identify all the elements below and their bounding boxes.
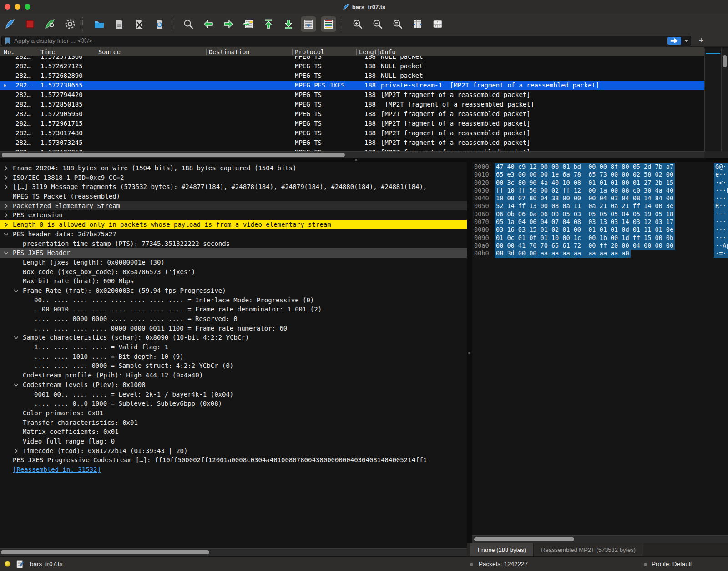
- detail-tree-row[interactable]: presentation time stamp (PTS): 77345.351…: [0, 239, 467, 249]
- detail-tree-row[interactable]: PES JXES Progressive Codestream […]: ff1…: [0, 455, 467, 465]
- detail-tree-row[interactable]: 1... .... .... .... = Valid flag: 1: [0, 342, 467, 352]
- detail-tree-row[interactable]: .... .... 0..0 1000 = Sublevel: Sublev6b…: [0, 399, 467, 408]
- hex-bytes[interactable]: 03 16 03 15 01 02 01 00 01 01 01 0d 01 1…: [495, 226, 675, 234]
- hex-ascii[interactable]: ·<··J@·· ·····'+·: [714, 179, 728, 187]
- detail-tree-row[interactable]: Color primaries: 0x01: [0, 408, 467, 418]
- horizontal-scroll-thumb[interactable]: [2, 153, 345, 157]
- hex-bytes[interactable]: 10 08 07 80 04 38 00 00 00 04 03 04 08 1…: [495, 194, 675, 202]
- go-forward-button[interactable]: [221, 16, 236, 32]
- hex-row[interactable]: 001065 e3 00 00 00 1e 6a 78 65 73 00 00 …: [472, 171, 728, 178]
- hex-row[interactable]: 009001 0c 01 0f 01 10 00 1c 00 1b 00 1d …: [472, 234, 728, 242]
- hex-bytes[interactable]: 00 00 41 70 70 65 61 72 00 ff 20 00 04 0…: [495, 242, 675, 250]
- pane-splitter-horizontal[interactable]: [0, 158, 728, 162]
- detail-tree-row[interactable]: PES header data: 2d7ba75a27: [0, 229, 467, 239]
- packet-row[interactable]: 282…1.572850185MPEG TS188 [MP2T fragment…: [0, 100, 704, 109]
- packet-list-header[interactable]: No. Time Source Destination Protocol Len…: [0, 47, 704, 56]
- detail-tree-row[interactable]: Packetized Elementary Stream: [0, 201, 467, 211]
- hex-row[interactable]: 007005 1a 04 06 04 07 04 08 03 13 03 14 …: [472, 218, 728, 226]
- chevron-down-icon[interactable]: [14, 380, 19, 390]
- hex-bytes[interactable]: 06 0b 06 0a 06 09 05 03 05 05 05 04 05 1…: [495, 210, 675, 218]
- hex-ascii[interactable]: ········ ········: [714, 218, 728, 226]
- hex-bytes[interactable]: 00 3c 80 90 4a 40 10 08 01 01 01 00 01 2…: [495, 179, 675, 187]
- detail-tree-row[interactable]: Frame 28204: 188 bytes on wire (1504 bit…: [0, 163, 467, 173]
- hex-row[interactable]: 00a000 00 41 70 70 65 61 72 00 ff 20 00 …: [472, 242, 728, 250]
- column-info[interactable]: Info: [381, 48, 396, 56]
- colorize-button[interactable]: [321, 16, 336, 32]
- wireshark-fin-button[interactable]: [2, 16, 18, 32]
- capture-comment-icon[interactable]: [16, 560, 24, 569]
- status-profile[interactable]: Profile: Default: [652, 561, 692, 567]
- detail-tree-row[interactable]: ..00 0010 .... .... .... .... .... .... …: [0, 305, 467, 314]
- open-file-button[interactable]: [91, 16, 107, 32]
- hex-row[interactable]: 008003 16 03 15 01 02 01 00 01 01 01 0d …: [472, 226, 728, 234]
- chevron-right-icon[interactable]: [4, 220, 9, 229]
- go-first-button[interactable]: [261, 16, 276, 32]
- detail-tree-row[interactable]: Video full range flag: 0: [0, 437, 467, 446]
- chevron-right-icon[interactable]: [4, 173, 9, 183]
- column-protocol[interactable]: Protocol: [295, 48, 324, 56]
- detail-tree-row[interactable]: .... .... 1010 .... = Bit depth: 10 (9): [0, 352, 467, 362]
- packet-row[interactable]: 282…1.572961715MPEG TS188[MP2T fragment …: [0, 119, 704, 128]
- hex-row[interactable]: 004010 08 07 80 04 38 00 00 00 04 03 04 …: [472, 194, 728, 202]
- detail-tree-row[interactable]: Codestream profile (Ppih): High 444.12 (…: [0, 371, 467, 380]
- detail-tree-row[interactable]: Max bit rate (brat): 600 Mbps: [0, 276, 467, 286]
- chevron-right-icon[interactable]: [4, 210, 9, 220]
- column-divider[interactable]: [356, 49, 357, 55]
- pane-splitter-vertical[interactable]: [467, 162, 472, 556]
- detail-tree-row[interactable]: PES JXES Header: [0, 248, 467, 258]
- reload-file-button[interactable]: [152, 16, 167, 32]
- vertical-scroll-thumb[interactable]: [723, 55, 727, 67]
- hex-row[interactable]: 005052 14 ff 13 00 08 0a 11 0a 21 0a 21 …: [472, 202, 728, 210]
- detail-tree-row[interactable]: [[…] 3119 Message fragments (573532 byte…: [0, 182, 467, 192]
- zoom-100-button[interactable]: [390, 16, 405, 32]
- packet-row[interactable]: 282…1.572571360MPEG TS188NULL packet: [0, 56, 704, 61]
- hex-row[interactable]: 000047 40 c9 12 00 00 01 bd 00 00 8f 80 …: [472, 163, 728, 171]
- hex-ascii[interactable]: ········ ········: [714, 210, 728, 218]
- detail-tree-row[interactable]: 00.. .... .... .... .... .... .... .... …: [0, 296, 467, 305]
- bytes-scroll-thumb[interactable]: [474, 537, 574, 541]
- detail-tree-row[interactable]: Timecode (tcod): 0x01272b14 (01:39:43 | …: [0, 446, 467, 456]
- packet-list-minimap[interactable]: [704, 48, 722, 151]
- hex-row[interactable]: 002000 3c 80 90 4a 40 10 08 01 01 01 00 …: [472, 179, 728, 187]
- capture-options-button[interactable]: [62, 16, 78, 32]
- go-to-packet-button[interactable]: [241, 16, 256, 32]
- chevron-right-icon[interactable]: [4, 163, 9, 173]
- hex-row[interactable]: 006006 0b 06 0a 06 09 05 03 05 05 05 04 …: [472, 210, 728, 218]
- hex-ascii[interactable]: ·=······ ····: [714, 250, 728, 257]
- filter-bookmark-icon[interactable]: [4, 36, 12, 45]
- packet-row[interactable]: 282…1.572738655MPEG PES JXES188private-s…: [0, 81, 704, 90]
- hex-row[interactable]: 0030ff 10 ff 50 00 02 ff 12 00 1a 00 08 …: [472, 187, 728, 194]
- detail-tree-row[interactable]: Box code (jxes_box_code): 0x6a786573 ('j…: [0, 267, 467, 277]
- column-source[interactable]: Source: [98, 48, 121, 56]
- hex-ascii[interactable]: ········ ········: [714, 234, 728, 242]
- chevron-right-icon[interactable]: [4, 201, 9, 211]
- auto-scroll-button[interactable]: [301, 16, 316, 32]
- chevron-down-icon[interactable]: [14, 286, 19, 296]
- hex-row[interactable]: 00b008 3d 00 00 aa aa aa aa aa aa aa a0·…: [472, 250, 728, 257]
- hex-bytes[interactable]: 08 3d 00 00 aa aa aa aa aa aa aa a0: [495, 250, 631, 257]
- detail-tree-row[interactable]: Length 0 is allowed only in packets whos…: [0, 220, 467, 229]
- packet-row[interactable]: 282…1.572627125MPEG TS188NULL packet: [0, 61, 704, 71]
- capture-stop-button[interactable]: [22, 16, 38, 32]
- tab-reassembled-mp2t[interactable]: Reassembled MP2T (573532 bytes): [534, 543, 643, 556]
- zoom-in-button[interactable]: [350, 16, 365, 32]
- filter-dropdown-button[interactable]: [682, 37, 690, 45]
- detail-tree-row[interactable]: .... .... .... .... 0000 0000 0011 1100 …: [0, 324, 467, 333]
- apply-filter-button[interactable]: [667, 37, 681, 45]
- column-no[interactable]: No.: [4, 48, 15, 56]
- hex-bytes[interactable]: 47 40 c9 12 00 00 01 bd 00 00 8f 80 05 2…: [495, 163, 675, 171]
- detail-link-row[interactable]: [Reassembled in: 31532]: [0, 465, 467, 474]
- hex-ascii[interactable]: R······· ·!·!···>: [714, 202, 728, 210]
- hex-ascii[interactable]: ·····8·· ········: [714, 194, 728, 202]
- details-horizontal-scrollbar[interactable]: [0, 548, 467, 556]
- detail-tree-row[interactable]: .... .... .... 0000 = Sample struct: 4:2…: [0, 361, 467, 371]
- column-destination[interactable]: Destination: [209, 48, 249, 56]
- chevron-down-icon[interactable]: [4, 248, 9, 258]
- find-packet-button[interactable]: [181, 16, 196, 32]
- hex-bytes[interactable]: ff 10 ff 50 00 02 ff 12 00 1a 00 08 c0 3…: [495, 187, 675, 194]
- column-time[interactable]: Time: [40, 48, 56, 56]
- packet-row[interactable]: 282…1.573017480MPEG TS188[MP2T fragment …: [0, 128, 704, 138]
- detail-tree-row[interactable]: MPEG TS Packet (reassembled): [0, 192, 467, 201]
- chevron-right-icon[interactable]: [14, 446, 19, 456]
- detail-tree-row[interactable]: Transfer characteristics: 0x01: [0, 418, 467, 428]
